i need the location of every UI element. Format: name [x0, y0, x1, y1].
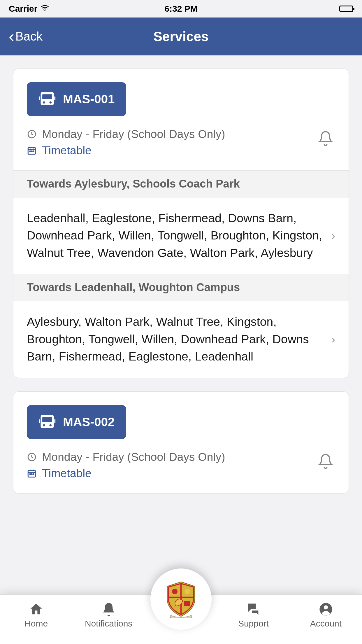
meta-row: Monday - Friday (School Days Only) Timet… — [27, 451, 335, 480]
svg-point-14 — [50, 424, 52, 426]
clock-icon — [27, 452, 37, 462]
svg-point-25 — [184, 589, 190, 594]
chevron-right-icon: › — [331, 229, 335, 242]
svg-point-23 — [324, 606, 328, 610]
school-crest-icon — [162, 580, 200, 618]
service-name: MAS-001 — [63, 92, 115, 106]
chat-icon — [246, 602, 261, 617]
service-badge: MAS-002 — [27, 405, 126, 439]
calendar-icon — [27, 468, 37, 478]
svg-point-24 — [172, 589, 178, 594]
timetable-label: Timetable — [42, 144, 92, 157]
timetable-link[interactable]: Timetable — [27, 144, 316, 157]
timetable-link[interactable]: Timetable — [27, 467, 316, 480]
schedule-text: Monday - Friday (School Days Only) — [42, 128, 225, 141]
clock-icon — [27, 129, 37, 139]
center-crest-button[interactable] — [150, 568, 212, 630]
battery-icon — [339, 6, 353, 12]
svg-point-10 — [33, 151, 34, 152]
svg-point-3 — [50, 102, 52, 104]
chevron-right-icon: › — [331, 333, 335, 346]
svg-rect-12 — [42, 417, 52, 422]
svg-point-13 — [43, 424, 45, 426]
tab-label: Home — [24, 619, 48, 629]
route-item[interactable]: Leadenhall, Eaglestone, Fishermead, Down… — [13, 197, 349, 274]
svg-point-8 — [30, 151, 31, 152]
tab-account[interactable]: Account — [290, 595, 362, 629]
tab-label: Support — [238, 619, 269, 629]
svg-rect-16 — [54, 419, 55, 423]
schedule-line: Monday - Friday (School Days Only) — [27, 128, 316, 141]
tab-label: Account — [310, 619, 342, 629]
page-title: Services — [153, 29, 208, 44]
svg-point-9 — [31, 151, 32, 152]
service-name: MAS-002 — [63, 415, 115, 429]
svg-rect-5 — [54, 97, 55, 100]
bus-icon — [38, 90, 56, 108]
svg-rect-26 — [184, 601, 190, 606]
back-label: Back — [15, 29, 43, 43]
tab-home[interactable]: Home — [0, 595, 72, 629]
calendar-icon — [27, 146, 37, 155]
bus-icon — [38, 413, 56, 431]
direction-header: Towards Aylesbury, Schools Coach Park — [13, 170, 349, 197]
notification-bell-button[interactable] — [316, 128, 335, 149]
svg-point-21 — [33, 474, 34, 475]
tab-support[interactable]: Support — [217, 595, 289, 629]
home-icon — [29, 602, 44, 617]
nav-header: ‹ Back Services — [0, 18, 362, 55]
user-icon — [318, 602, 333, 617]
wifi-icon — [40, 3, 50, 15]
content-area: MAS-001 Monday - Friday (School Days Onl… — [0, 55, 362, 594]
direction-header: Towards Leadenhall, Woughton Campus — [13, 274, 349, 301]
back-button[interactable]: ‹ Back — [0, 28, 43, 45]
svg-rect-4 — [39, 97, 40, 100]
status-bar: Carrier 6:32 PM — [0, 0, 362, 18]
route-item[interactable]: Aylesbury, Walton Park, Walnut Tree, Kin… — [13, 301, 349, 377]
service-card: MAS-002 Monday - Friday (School Days Onl… — [13, 391, 349, 494]
svg-point-20 — [31, 474, 32, 475]
schedule-text: Monday - Friday (School Days Only) — [42, 451, 225, 463]
route-stops: Leadenhall, Eaglestone, Fishermead, Down… — [27, 210, 326, 262]
route-stops: Aylesbury, Walton Park, Walnut Tree, Kin… — [27, 313, 326, 365]
carrier-label: Carrier — [9, 4, 37, 14]
schedule-line: Monday - Friday (School Days Only) — [27, 451, 316, 463]
svg-rect-15 — [39, 419, 40, 423]
meta-row: Monday - Friday (School Days Only) Timet… — [27, 128, 335, 157]
tab-notifications[interactable]: Notifications — [72, 595, 145, 629]
service-badge: MAS-001 — [27, 82, 126, 116]
tab-label: Notifications — [85, 619, 132, 629]
svg-point-2 — [43, 102, 45, 104]
svg-point-19 — [30, 474, 31, 475]
service-card: MAS-001 Monday - Friday (School Days Onl… — [13, 69, 349, 378]
status-left: Carrier — [9, 3, 124, 15]
chevron-left-icon: ‹ — [9, 28, 14, 45]
notification-bell-button[interactable] — [316, 451, 335, 472]
tab-bar: Home Notifications Support Account — [0, 594, 362, 644]
card-header: MAS-002 Monday - Friday (School Days Onl… — [13, 392, 349, 493]
bell-icon — [101, 602, 116, 617]
svg-rect-1 — [42, 94, 52, 99]
status-right — [238, 6, 353, 12]
card-header: MAS-001 Monday - Friday (School Days Onl… — [13, 69, 349, 170]
status-time: 6:32 PM — [124, 4, 238, 14]
timetable-label: Timetable — [42, 467, 92, 480]
meta-left: Monday - Friday (School Days Only) Timet… — [27, 128, 316, 157]
meta-left: Monday - Friday (School Days Only) Timet… — [27, 451, 316, 480]
